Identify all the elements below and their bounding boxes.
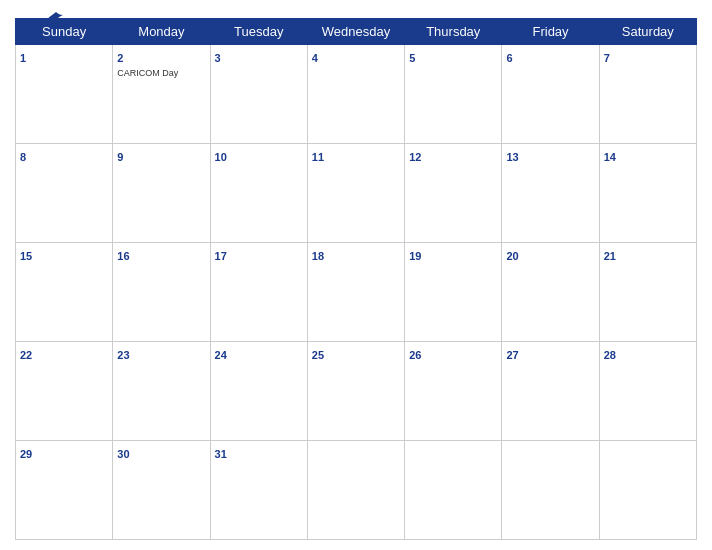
day-of-week-header: Saturday	[599, 19, 696, 45]
calendar-day-cell: 25	[307, 342, 404, 441]
calendar-day-cell: 31	[210, 441, 307, 540]
day-number: 14	[604, 151, 616, 163]
calendar-week-row: 12CARICOM Day34567	[16, 45, 697, 144]
day-number: 13	[506, 151, 518, 163]
calendar-week-row: 293031	[16, 441, 697, 540]
day-number: 21	[604, 250, 616, 262]
day-number: 1	[20, 52, 26, 64]
calendar-week-row: 891011121314	[16, 144, 697, 243]
days-of-week-row: SundayMondayTuesdayWednesdayThursdayFrid…	[16, 19, 697, 45]
calendar-header-row: SundayMondayTuesdayWednesdayThursdayFrid…	[16, 19, 697, 45]
day-of-week-header: Wednesday	[307, 19, 404, 45]
calendar-day-cell: 2CARICOM Day	[113, 45, 210, 144]
calendar-day-cell: 29	[16, 441, 113, 540]
calendar-day-cell: 7	[599, 45, 696, 144]
day-number: 20	[506, 250, 518, 262]
calendar-day-cell: 18	[307, 243, 404, 342]
calendar-day-cell: 27	[502, 342, 599, 441]
calendar-day-cell: 26	[405, 342, 502, 441]
day-number: 5	[409, 52, 415, 64]
day-number: 9	[117, 151, 123, 163]
day-number: 22	[20, 349, 32, 361]
day-number: 29	[20, 448, 32, 460]
calendar-day-cell: 8	[16, 144, 113, 243]
logo	[15, 10, 67, 44]
day-number: 11	[312, 151, 324, 163]
day-of-week-header: Thursday	[405, 19, 502, 45]
event-label: CARICOM Day	[117, 68, 205, 78]
day-of-week-header: Monday	[113, 19, 210, 45]
day-number: 27	[506, 349, 518, 361]
day-number: 28	[604, 349, 616, 361]
calendar-day-cell: 23	[113, 342, 210, 441]
calendar-day-cell	[599, 441, 696, 540]
day-number: 15	[20, 250, 32, 262]
calendar-day-cell: 14	[599, 144, 696, 243]
day-number: 17	[215, 250, 227, 262]
day-number: 25	[312, 349, 324, 361]
calendar-table: SundayMondayTuesdayWednesdayThursdayFrid…	[15, 18, 697, 540]
calendar-day-cell	[502, 441, 599, 540]
day-number: 26	[409, 349, 421, 361]
calendar-day-cell: 21	[599, 243, 696, 342]
day-number: 24	[215, 349, 227, 361]
logo-bird-icon	[45, 10, 67, 32]
calendar-day-cell: 9	[113, 144, 210, 243]
day-number: 6	[506, 52, 512, 64]
day-of-week-header: Tuesday	[210, 19, 307, 45]
calendar-week-row: 15161718192021	[16, 243, 697, 342]
day-number: 7	[604, 52, 610, 64]
calendar-day-cell: 3	[210, 45, 307, 144]
day-number: 18	[312, 250, 324, 262]
day-number: 10	[215, 151, 227, 163]
calendar-day-cell: 10	[210, 144, 307, 243]
day-number: 16	[117, 250, 129, 262]
calendar-day-cell: 16	[113, 243, 210, 342]
day-number: 12	[409, 151, 421, 163]
calendar-day-cell: 17	[210, 243, 307, 342]
calendar-week-row: 22232425262728	[16, 342, 697, 441]
calendar-day-cell: 22	[16, 342, 113, 441]
calendar-day-cell: 5	[405, 45, 502, 144]
calendar-day-cell: 19	[405, 243, 502, 342]
day-number: 8	[20, 151, 26, 163]
day-number: 31	[215, 448, 227, 460]
calendar-day-cell: 30	[113, 441, 210, 540]
day-number: 19	[409, 250, 421, 262]
calendar-day-cell: 20	[502, 243, 599, 342]
day-number: 3	[215, 52, 221, 64]
calendar-day-cell: 1	[16, 45, 113, 144]
calendar-day-cell	[307, 441, 404, 540]
calendar-day-cell: 12	[405, 144, 502, 243]
day-number: 2	[117, 52, 123, 64]
day-number: 4	[312, 52, 318, 64]
calendar-container: SundayMondayTuesdayWednesdayThursdayFrid…	[0, 0, 712, 550]
day-number: 23	[117, 349, 129, 361]
calendar-day-cell: 13	[502, 144, 599, 243]
calendar-day-cell: 4	[307, 45, 404, 144]
calendar-day-cell	[405, 441, 502, 540]
calendar-body: 12CARICOM Day345678910111213141516171819…	[16, 45, 697, 540]
day-number: 30	[117, 448, 129, 460]
calendar-day-cell: 28	[599, 342, 696, 441]
calendar-day-cell: 24	[210, 342, 307, 441]
calendar-day-cell: 11	[307, 144, 404, 243]
calendar-day-cell: 6	[502, 45, 599, 144]
day-of-week-header: Friday	[502, 19, 599, 45]
calendar-day-cell: 15	[16, 243, 113, 342]
